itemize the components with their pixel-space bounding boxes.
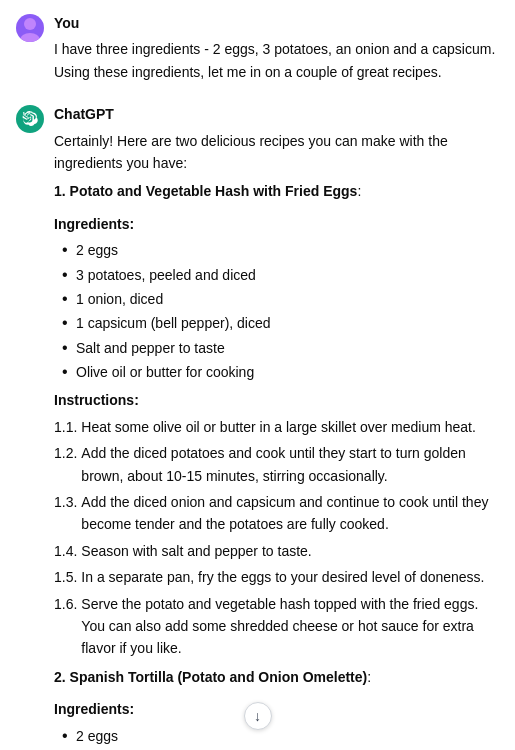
recipe-1-instructions-label: Instructions: [54,389,499,411]
scroll-down-indicator[interactable]: ↓ [244,702,272,730]
list-item: 1 capsicum (bell pepper), diced [62,312,499,334]
recipe-1-instructions-list: 1.1. Heat some olive oil or butter in a … [54,416,499,660]
chatgpt-intro: Certainly! Here are two delicious recipe… [54,130,499,175]
svg-point-1 [20,33,40,42]
recipe-2-title: Spanish Tortilla (Potato and Onion Omele… [70,669,368,685]
recipe-2-number: 2. [54,669,66,685]
recipe-1-ingredients-list: 2 eggs 3 potatoes, peeled and diced 1 on… [62,239,499,383]
list-item: 2 eggs [62,725,499,747]
list-item: 1.1. Heat some olive oil or butter in a … [54,416,499,438]
recipe-2-ingredients-list: 2 eggs 3 potatoes, peeled and thinly sli… [62,725,499,750]
chatgpt-message-content: ChatGPT Certainly! Here are two deliciou… [54,103,499,750]
chat-container: You I have three ingredients - 2 eggs, 3… [0,0,515,750]
user-name: You [54,12,499,34]
recipe-1-ingredients-label: Ingredients: [54,213,499,235]
svg-point-0 [24,18,36,30]
list-item: 1.2. Add the diced potatoes and cook unt… [54,442,499,487]
list-item: 1.4. Season with salt and pepper to tast… [54,540,499,562]
chatgpt-avatar [16,105,44,133]
list-item: Salt and pepper to taste [62,337,499,359]
list-item: 3 potatoes, peeled and diced [62,264,499,286]
scroll-down-icon: ↓ [254,708,261,724]
list-item: Olive oil or butter for cooking [62,361,499,383]
user-message-content: You I have three ingredients - 2 eggs, 3… [54,12,499,83]
user-message: You I have three ingredients - 2 eggs, 3… [16,12,499,83]
list-item: 1.5. In a separate pan, fry the eggs to … [54,566,499,588]
list-item: 2 eggs [62,239,499,261]
user-avatar [16,14,44,42]
list-item: 1.3. Add the diced onion and capsicum an… [54,491,499,536]
recipe-1-number: 1. [54,183,66,199]
list-item: 1 onion, diced [62,288,499,310]
recipe-1: 1. Potato and Vegetable Hash with Fried … [54,180,499,202]
recipe-1-title: Potato and Vegetable Hash with Fried Egg… [70,183,358,199]
chatgpt-name: ChatGPT [54,103,499,125]
chatgpt-message: ChatGPT Certainly! Here are two deliciou… [16,103,499,750]
recipe-2: 2. Spanish Tortilla (Potato and Onion Om… [54,666,499,688]
recipe-2-ingredients-label: Ingredients: [54,698,499,720]
chatgpt-message-text: Certainly! Here are two delicious recipe… [54,130,499,750]
list-item: 1.6. Serve the potato and vegetable hash… [54,593,499,660]
user-message-text: I have three ingredients - 2 eggs, 3 pot… [54,38,499,83]
